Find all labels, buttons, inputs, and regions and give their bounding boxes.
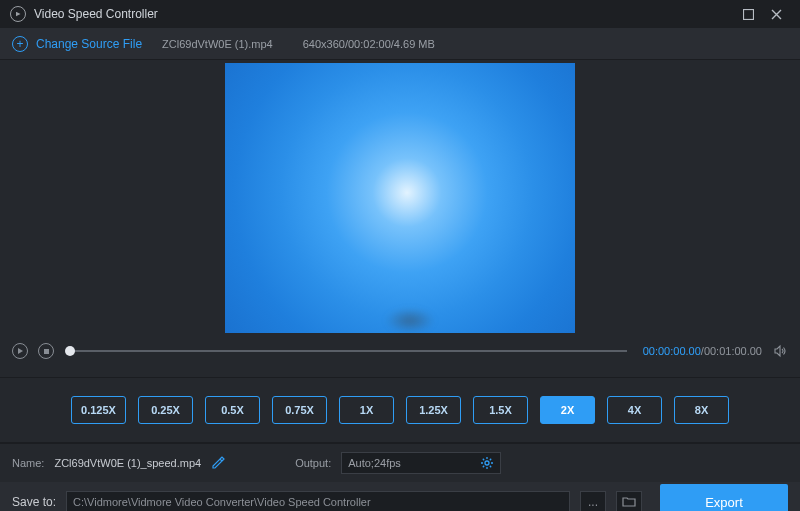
- playback-controls: 00:00:00.00/00:01:00.00: [0, 339, 800, 363]
- save-export-row: Save to: C:\Vidmore\Vidmore Video Conver…: [0, 482, 800, 511]
- output-format-field[interactable]: Auto;24fps: [341, 452, 501, 474]
- duration: 00:01:00.00: [704, 345, 762, 357]
- name-label: Name:: [12, 457, 44, 469]
- change-source-button[interactable]: + Change Source File: [12, 36, 142, 52]
- app-logo-icon: [10, 6, 26, 22]
- save-to-label: Save to:: [12, 495, 56, 509]
- speed-selector: 0.125X0.25X0.5X0.75X1X1.25X1.5X2X4X8X: [0, 378, 800, 442]
- ellipsis-icon: ...: [588, 495, 598, 509]
- speed-button-2x[interactable]: 2X: [540, 396, 595, 424]
- save-path-value: C:\Vidmore\Vidmore Video Converter\Video…: [73, 496, 371, 508]
- change-source-label: Change Source File: [36, 37, 142, 51]
- maximize-button[interactable]: [734, 0, 762, 28]
- name-output-row: Name: ZCl69dVtW0E (1)_speed.mp4 Output: …: [0, 452, 800, 482]
- speed-button-0.125x[interactable]: 0.125X: [71, 396, 126, 424]
- source-file-meta: 640x360/00:02:00/4.69 MB: [303, 38, 435, 50]
- speed-button-0.25x[interactable]: 0.25X: [138, 396, 193, 424]
- stop-button[interactable]: [38, 343, 54, 359]
- settings-icon[interactable]: [480, 456, 494, 470]
- svg-point-1: [485, 461, 489, 465]
- close-button[interactable]: [762, 0, 790, 28]
- time-display: 00:00:00.00/00:01:00.00: [643, 345, 762, 357]
- titlebar: Video Speed Controller: [0, 0, 800, 28]
- output-filename: ZCl69dVtW0E (1)_speed.mp4: [54, 457, 201, 469]
- timeline-slider[interactable]: [70, 350, 627, 352]
- speed-button-0.5x[interactable]: 0.5X: [205, 396, 260, 424]
- speed-button-8x[interactable]: 8X: [674, 396, 729, 424]
- speed-button-1.5x[interactable]: 1.5X: [473, 396, 528, 424]
- svg-rect-0: [743, 9, 753, 19]
- play-button[interactable]: [12, 343, 28, 359]
- output-label: Output:: [295, 457, 331, 469]
- bottom-bar: Name: ZCl69dVtW0E (1)_speed.mp4 Output: …: [0, 443, 800, 511]
- preview-area: [0, 60, 800, 335]
- export-button[interactable]: Export: [660, 484, 788, 511]
- speed-button-0.75x[interactable]: 0.75X: [272, 396, 327, 424]
- edit-name-button[interactable]: [211, 456, 225, 470]
- open-folder-button[interactable]: [616, 491, 642, 511]
- speed-button-1.25x[interactable]: 1.25X: [406, 396, 461, 424]
- volume-icon[interactable]: [772, 343, 788, 359]
- plus-circle-icon: +: [12, 36, 28, 52]
- video-preview[interactable]: [225, 63, 575, 333]
- browse-button[interactable]: ...: [580, 491, 606, 511]
- window-title: Video Speed Controller: [34, 7, 158, 21]
- source-filename: ZCl69dVtW0E (1).mp4: [162, 38, 273, 50]
- current-time: 00:00:00.00: [643, 345, 701, 357]
- save-path-field[interactable]: C:\Vidmore\Vidmore Video Converter\Video…: [66, 491, 570, 511]
- output-format-value: Auto;24fps: [348, 457, 401, 469]
- timeline-thumb[interactable]: [65, 346, 75, 356]
- source-toolbar: + Change Source File ZCl69dVtW0E (1).mp4…: [0, 28, 800, 60]
- speed-button-1x[interactable]: 1X: [339, 396, 394, 424]
- speed-button-4x[interactable]: 4X: [607, 396, 662, 424]
